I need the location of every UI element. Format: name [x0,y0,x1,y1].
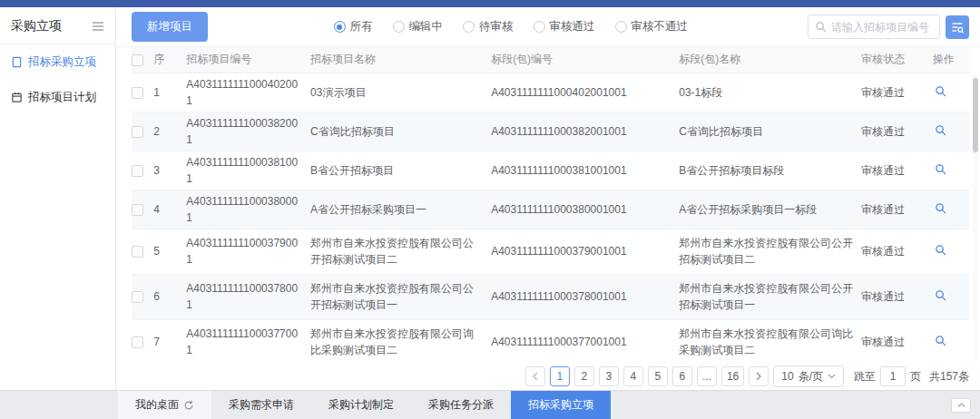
sidebar-item-bid-procurement-initiation[interactable]: 招标采购立项 [0,44,115,80]
page-ellipsis[interactable]: ... [697,366,717,386]
row-checkbox[interactable] [132,291,143,303]
select-all-checkbox[interactable] [132,54,143,66]
row-seq: 3 [153,151,186,190]
pagination: 1 2 3 4 5 6 ... 16 10 条/页 跳至 页 [116,363,980,390]
project-number: A4031111111000377001 [186,319,310,363]
tab-procurement-demand-apply[interactable]: 采购需求申请 [211,391,311,419]
collapse-footer-button[interactable] [951,398,971,413]
view-detail-icon[interactable] [933,287,948,303]
row-seq: 7 [153,319,186,363]
tab-my-desktop[interactable]: 我的桌面 [118,391,211,419]
project-number: A4031111111000381001 [186,151,310,190]
refresh-icon [183,400,194,411]
row-checkbox[interactable] [132,87,143,99]
row-seq: 4 [153,190,186,229]
project-name: 郑州市自来水投资控股有限公司公开招标测试项目二 [310,229,491,274]
section-name: C省询比招标项目 [679,112,861,151]
row-seq: 6 [153,274,186,319]
view-detail-icon[interactable] [933,83,948,99]
radio-icon [393,21,405,33]
radio-icon [534,21,545,33]
tab-procurement-task-dispatch[interactable]: 采购任务分派 [411,391,511,419]
audit-status: 审核通过 [861,319,932,363]
filter-audit-rejected[interactable]: 审核不通过 [615,19,689,34]
table-row: 6 A4031111111000378001 郑州市自来水投资控股有限公司公开招… [132,274,969,319]
page-button-6[interactable]: 6 [672,366,692,386]
filter-editing[interactable]: 编辑中 [393,19,444,34]
scrollbar-thumb[interactable] [973,78,978,152]
tab-bid-procurement-initiation[interactable]: 招标采购立项 [511,391,611,419]
advanced-search-button[interactable] [946,15,969,39]
row-checkbox[interactable] [132,204,143,216]
sidebar-item-label: 招标采购立项 [28,54,96,70]
view-detail-icon[interactable] [933,200,948,216]
project-number: A4031111111000402001 [186,73,310,112]
search-box [808,15,940,39]
section-name: A省公开招标采购项目一标段 [679,190,861,229]
sidebar-collapse-icon[interactable] [92,21,104,32]
table-header-row: 序 招标项目编号 招标项目名称 标段(包)编号 标段(包)名称 审核状态 操作 [132,47,969,73]
section-name: 郑州市自来水投资控股有限公司公开招标测试项目二 [679,229,861,274]
row-seq: 2 [153,112,186,151]
next-page-button[interactable] [749,366,769,386]
project-name: 郑州市自来水投资控股有限公司公开招标测试项目一 [310,274,491,319]
project-number: A4031111111000378001 [186,274,310,319]
page-button-2[interactable]: 2 [574,366,594,386]
page-size-select[interactable]: 10 条/页 [773,365,844,387]
section-name: 郑州市自来水投资控股有限公司询比采购测试项目二 [679,319,861,363]
section-number: A4031111111000380001001 [491,190,679,229]
row-checkbox[interactable] [132,126,143,138]
chevron-down-icon [828,374,836,379]
audit-status: 审核通过 [861,73,932,112]
page-button-16[interactable]: 16 [721,366,744,386]
tab-procurement-plan[interactable]: 采购计划制定 [311,391,411,419]
header-project-name: 招标项目名称 [310,47,491,73]
filter-audit-passed[interactable]: 审核通过 [534,19,595,34]
row-seq: 5 [153,229,186,274]
document-icon [11,56,23,68]
page-button-5[interactable]: 5 [648,366,668,386]
table-row: 5 A4031111111000379001 郑州市自来水投资控股有限公司公开招… [132,229,969,274]
page-button-3[interactable]: 3 [599,366,619,386]
project-name: B省公开招标项目 [310,151,491,190]
project-number: A4031111111000382001 [186,112,310,151]
row-checkbox[interactable] [132,246,143,258]
project-name: A省公开招标采购项目一 [310,190,491,229]
page-button-4[interactable]: 4 [623,366,643,386]
table-area: 序 招标项目编号 招标项目名称 标段(包)编号 标段(包)名称 审核状态 操作 … [116,47,980,363]
view-detail-icon[interactable] [933,242,948,258]
section-number: A4031111111000377001001 [491,319,679,363]
filter-all[interactable]: 所有 [334,19,373,34]
search-icon [815,21,827,33]
header-operation: 操作 [933,47,969,73]
main-panel: 新增项目 所有 编辑中 待审核 审核通过 审核不通过 [116,7,980,390]
audit-status: 审核通过 [861,190,932,229]
page-button-1[interactable]: 1 [550,366,570,386]
sidebar-item-label: 招标项目计划 [28,90,96,105]
project-name: C省询比招标项目 [310,112,491,151]
row-seq: 1 [153,73,186,112]
table-row: 7 A4031111111000377001 郑州市自来水投资控股有限公司询比采… [132,319,969,363]
total-count: 共157条 [929,369,969,385]
section-name: B省公开招标项目标段 [679,151,861,190]
page-jump-input[interactable] [880,366,906,386]
page-jump: 跳至 页 [854,366,921,386]
row-checkbox[interactable] [132,165,143,177]
header-seq: 序 [153,47,186,73]
view-detail-icon[interactable] [933,161,948,177]
add-project-button[interactable]: 新增项目 [132,12,208,42]
prev-page-button[interactable] [525,366,545,386]
section-number: A4031111111000382001001 [491,112,679,151]
toolbar: 新增项目 所有 编辑中 待审核 审核通过 审核不通过 [116,7,980,47]
section-name: 郑州市自来水投资控股有限公司公开招标测试项目一 [679,274,861,319]
header-project-number: 招标项目编号 [186,47,310,73]
search-input[interactable] [831,21,933,34]
view-detail-icon[interactable] [933,122,948,138]
view-detail-icon[interactable] [933,333,948,348]
row-checkbox[interactable] [132,336,143,348]
radio-icon [334,21,346,33]
sidebar-item-bid-project-plan[interactable]: 招标项目计划 [0,80,115,115]
project-name: 03演示项目 [310,73,491,112]
table-row: 3 A4031111111000381001 B省公开招标项目 A4031111… [132,151,969,190]
filter-pending-audit[interactable]: 待审核 [463,19,514,34]
